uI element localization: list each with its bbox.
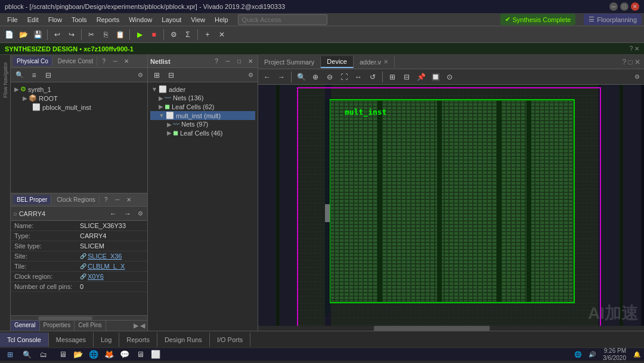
paste-button[interactable]: 📋 bbox=[113, 28, 126, 41]
sigma-button[interactable]: Σ bbox=[181, 28, 194, 41]
run-synth-button[interactable]: ▶ bbox=[133, 28, 146, 41]
tree-item-root[interactable]: ▶ 📦 ROOT bbox=[13, 94, 145, 103]
netlist-item-nets136[interactable]: ▶ 〰 Nets (136) bbox=[150, 94, 255, 102]
remove-button[interactable]: ✕ bbox=[215, 28, 228, 41]
dev-refresh-button[interactable]: ↺ bbox=[366, 70, 379, 84]
dev-zoom-button[interactable]: 🔍 bbox=[295, 70, 308, 84]
quick-access-input[interactable] bbox=[238, 14, 327, 25]
netlist-max-button[interactable]: □ bbox=[234, 57, 244, 66]
tab-bel-proper[interactable]: BEL Proper bbox=[13, 195, 51, 204]
add-button[interactable]: + bbox=[201, 28, 214, 41]
tab-device[interactable]: Device bbox=[321, 56, 354, 68]
bel-next-button[interactable]: → bbox=[121, 207, 134, 220]
bel-gear-button[interactable]: ⚙ bbox=[135, 209, 145, 219]
bel-prev-button[interactable]: ← bbox=[107, 207, 120, 220]
adder-v-close[interactable]: ✕ bbox=[383, 59, 388, 65]
taskbar-app-6[interactable]: 🖥 bbox=[134, 348, 147, 361]
search-taskbar-button[interactable]: 🔍 bbox=[20, 348, 33, 361]
new-button[interactable]: 📄 bbox=[2, 28, 16, 41]
tree-item-pblock[interactable]: ⬜ pblock_mult_inst bbox=[13, 103, 145, 112]
menu-window[interactable]: Window bbox=[124, 15, 157, 24]
dev-zoom-in-button[interactable]: ⊕ bbox=[309, 70, 322, 84]
netlist-help-button[interactable]: ? bbox=[212, 57, 221, 66]
dev-pin-button[interactable]: 📌 bbox=[414, 70, 428, 84]
tab-properties[interactable]: Properties bbox=[40, 321, 75, 331]
netlist-item-mult[interactable]: ▼ ⬜ mult_inst (mult) bbox=[150, 111, 255, 120]
fpga-canvas[interactable]: mult_inst pblock_mult_inst AI加速 bbox=[258, 85, 644, 331]
tab-general[interactable]: General bbox=[11, 321, 40, 331]
taskbar-app-3[interactable]: 🌐 bbox=[87, 348, 100, 361]
phys-close-button[interactable]: ✕ bbox=[122, 57, 131, 66]
menu-edit[interactable]: Edit bbox=[23, 15, 44, 24]
close-button[interactable]: ✕ bbox=[631, 2, 639, 11]
tab-reports[interactable]: Reports bbox=[119, 333, 157, 347]
bel-help-button[interactable]: ? bbox=[101, 195, 111, 205]
save-button[interactable]: 💾 bbox=[31, 28, 44, 41]
menu-file[interactable]: File bbox=[2, 15, 23, 24]
tab-clock-regions[interactable]: Clock Regions bbox=[53, 195, 99, 204]
dev-ruler-button[interactable]: ⊞ bbox=[386, 70, 399, 84]
bel-min-button[interactable]: ─ bbox=[113, 195, 122, 205]
bel-tabs-more[interactable]: ▶ ◀ bbox=[131, 321, 147, 331]
phys-min-button[interactable]: ─ bbox=[110, 57, 120, 66]
menu-help[interactable]: Help bbox=[210, 15, 233, 24]
dev-rect-button[interactable]: 🔲 bbox=[429, 70, 442, 84]
netlist-item-nets97[interactable]: ▶ 〰 Nets (97) bbox=[150, 120, 255, 128]
notification-icon[interactable]: 🔔 bbox=[633, 351, 640, 358]
minimize-button[interactable]: ─ bbox=[609, 2, 618, 11]
dev-settings-button[interactable]: ⚙ bbox=[632, 72, 642, 82]
dev-grid-button[interactable]: ⊟ bbox=[400, 70, 413, 84]
tab-log[interactable]: Log bbox=[94, 333, 119, 347]
windows-start-button[interactable]: ⊞ bbox=[4, 348, 17, 361]
phys-gear-button[interactable]: ⚙ bbox=[135, 70, 145, 80]
tab-physical-co[interactable]: Physical Co bbox=[13, 57, 52, 66]
taskbar-app-7[interactable]: ⬜ bbox=[149, 348, 162, 361]
netlist-expand-button[interactable]: ⊞ bbox=[150, 69, 163, 82]
dev-fit-sel-button[interactable]: ↔ bbox=[352, 70, 365, 84]
dev-back-button[interactable]: ← bbox=[261, 70, 274, 84]
netlist-item-leafcells62[interactable]: ▶ ◼ Leaf Cells (62) bbox=[150, 102, 255, 111]
open-button[interactable]: 📂 bbox=[17, 28, 30, 41]
undo-button[interactable]: ↩ bbox=[51, 28, 64, 41]
cut-button[interactable]: ✂ bbox=[85, 28, 98, 41]
tab-device-const[interactable]: Device Const bbox=[54, 57, 97, 66]
dev-fit-button[interactable]: ⛶ bbox=[338, 70, 351, 84]
redo-button[interactable]: ↪ bbox=[65, 28, 78, 41]
phys-collapse-button[interactable]: ⊟ bbox=[42, 69, 55, 82]
tab-messages[interactable]: Messages bbox=[49, 333, 94, 347]
stop-button[interactable]: ■ bbox=[147, 28, 160, 41]
tab-design-runs[interactable]: Design Runs bbox=[157, 333, 210, 347]
phys-help-button[interactable]: ? bbox=[99, 57, 109, 66]
tab-tcl-console[interactable]: Tcl Console bbox=[0, 333, 49, 347]
tab-adder-v[interactable]: adder.v ✕ bbox=[354, 57, 395, 67]
menu-reports[interactable]: Reports bbox=[92, 15, 125, 24]
menu-flow[interactable]: Flow bbox=[44, 15, 67, 24]
menu-layout[interactable]: Layout bbox=[157, 15, 186, 24]
menu-tools[interactable]: Tools bbox=[67, 15, 92, 24]
tab-cell-pins[interactable]: Cell Pins bbox=[75, 321, 106, 331]
netlist-min-button[interactable]: ─ bbox=[223, 57, 233, 66]
taskbar-app-1[interactable]: 🖥 bbox=[56, 348, 69, 361]
netlist-item-leafcells46[interactable]: ▶ ◼ Leaf Cells (46) bbox=[150, 128, 255, 137]
device-panel-help[interactable]: ? □ ✕ bbox=[618, 58, 644, 66]
tab-io-ports[interactable]: I/O Ports bbox=[210, 333, 250, 347]
tree-item-synth1[interactable]: ▶ ⚙ synth_1 bbox=[13, 85, 145, 94]
taskbar-app-2[interactable]: 📂 bbox=[72, 348, 85, 361]
phys-expand-button[interactable]: ≡ bbox=[27, 69, 41, 82]
dev-dot-button[interactable]: ⊙ bbox=[443, 70, 456, 84]
bel-hscroll-thumb[interactable] bbox=[38, 316, 93, 320]
netlist-close-button[interactable]: ✕ bbox=[246, 57, 255, 66]
tab-project-summary[interactable]: Project Summary bbox=[258, 57, 321, 67]
netlist-gear-button[interactable]: ⚙ bbox=[246, 70, 255, 80]
bel-close-button[interactable]: ✕ bbox=[124, 195, 134, 205]
dev-forward-button[interactable]: → bbox=[275, 70, 288, 84]
taskbar-app-4[interactable]: 🦊 bbox=[103, 348, 116, 361]
settings-button[interactable]: ⚙ bbox=[167, 28, 180, 41]
netlist-item-adder[interactable]: ▼ ⬜ adder bbox=[150, 85, 255, 94]
dev-zoom-out-button[interactable]: ⊖ bbox=[323, 70, 336, 84]
phys-search-button[interactable]: 🔍 bbox=[13, 69, 26, 82]
taskbar-app-5[interactable]: 💬 bbox=[118, 348, 131, 361]
bel-hscrollbar[interactable] bbox=[11, 315, 147, 320]
task-view-button[interactable]: 🗂 bbox=[37, 348, 50, 361]
netlist-collapse-button[interactable]: ⊟ bbox=[165, 69, 178, 82]
